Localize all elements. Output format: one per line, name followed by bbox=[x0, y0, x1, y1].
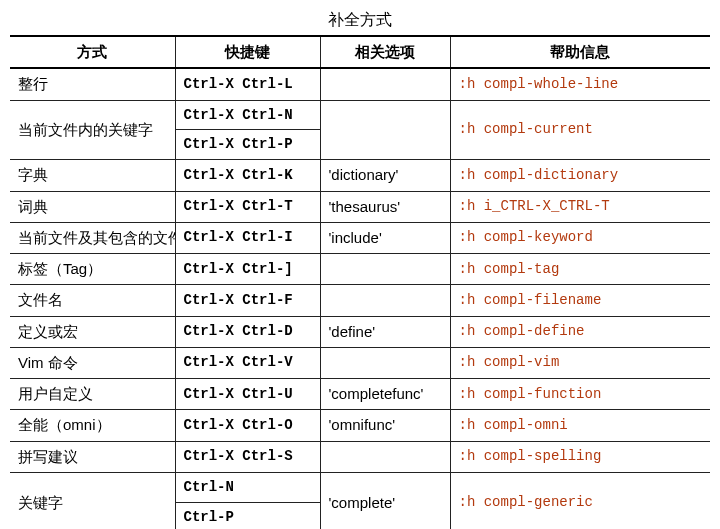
cell-option bbox=[320, 254, 450, 285]
cell-help: :h compl-current bbox=[450, 100, 710, 160]
cell-shortcut: Ctrl-X Ctrl-O bbox=[175, 410, 320, 441]
cell-help: :h compl-filename bbox=[450, 285, 710, 316]
cell-option: 'define' bbox=[320, 316, 450, 347]
cell-shortcut: Ctrl-X Ctrl-I bbox=[175, 222, 320, 253]
table-row: Vim 命令Ctrl-X Ctrl-V:h compl-vim bbox=[10, 347, 710, 378]
table-row: 标签（Tag）Ctrl-X Ctrl-]:h compl-tag bbox=[10, 254, 710, 285]
table-row: 字典Ctrl-X Ctrl-K'dictionary':h compl-dict… bbox=[10, 160, 710, 191]
completion-table: 方式 快捷键 相关选项 帮助信息 整行Ctrl-X Ctrl-L:h compl… bbox=[10, 35, 710, 529]
col-shortcut: 快捷键 bbox=[175, 36, 320, 68]
cell-method: 全能（omni） bbox=[10, 410, 175, 441]
cell-help: :h i_CTRL-X_CTRL-T bbox=[450, 191, 710, 222]
cell-help: :h compl-define bbox=[450, 316, 710, 347]
cell-help: :h compl-whole-line bbox=[450, 68, 710, 100]
cell-shortcut: Ctrl-X Ctrl-N bbox=[175, 100, 320, 130]
cell-shortcut: Ctrl-X Ctrl-] bbox=[175, 254, 320, 285]
cell-shortcut: Ctrl-X Ctrl-D bbox=[175, 316, 320, 347]
cell-method: 定义或宏 bbox=[10, 316, 175, 347]
cell-shortcut: Ctrl-X Ctrl-T bbox=[175, 191, 320, 222]
cell-option: 'include' bbox=[320, 222, 450, 253]
cell-help: :h compl-dictionary bbox=[450, 160, 710, 191]
cell-help: :h compl-tag bbox=[450, 254, 710, 285]
cell-method: 用户自定义 bbox=[10, 379, 175, 410]
cell-shortcut: Ctrl-X Ctrl-U bbox=[175, 379, 320, 410]
cell-shortcut: Ctrl-X Ctrl-K bbox=[175, 160, 320, 191]
table-row: 定义或宏Ctrl-X Ctrl-D'define':h compl-define bbox=[10, 316, 710, 347]
cell-option bbox=[320, 68, 450, 100]
cell-shortcut: Ctrl-X Ctrl-L bbox=[175, 68, 320, 100]
col-method: 方式 bbox=[10, 36, 175, 68]
cell-shortcut: Ctrl-X Ctrl-S bbox=[175, 441, 320, 472]
table-row: 用户自定义Ctrl-X Ctrl-U'completefunc':h compl… bbox=[10, 379, 710, 410]
cell-help: :h compl-generic bbox=[450, 472, 710, 529]
cell-method: 词典 bbox=[10, 191, 175, 222]
col-option: 相关选项 bbox=[320, 36, 450, 68]
cell-option: 'thesaurus' bbox=[320, 191, 450, 222]
cell-method: 拼写建议 bbox=[10, 441, 175, 472]
cell-method: 当前文件及其包含的文件 bbox=[10, 222, 175, 253]
table-row: 词典Ctrl-X Ctrl-T'thesaurus':h i_CTRL-X_CT… bbox=[10, 191, 710, 222]
cell-shortcut: Ctrl-P bbox=[175, 502, 320, 529]
cell-help: :h compl-omni bbox=[450, 410, 710, 441]
cell-option: 'dictionary' bbox=[320, 160, 450, 191]
table-row: 当前文件及其包含的文件Ctrl-X Ctrl-I'include':h comp… bbox=[10, 222, 710, 253]
table-row: 整行Ctrl-X Ctrl-L:h compl-whole-line bbox=[10, 68, 710, 100]
table-row: 拼写建议Ctrl-X Ctrl-S:h compl-spelling bbox=[10, 441, 710, 472]
table-row: 关键字Ctrl-N'complete':h compl-generic bbox=[10, 472, 710, 502]
cell-option bbox=[320, 285, 450, 316]
cell-shortcut: Ctrl-X Ctrl-V bbox=[175, 347, 320, 378]
table-row: 全能（omni）Ctrl-X Ctrl-O'omnifunc':h compl-… bbox=[10, 410, 710, 441]
cell-help: :h compl-vim bbox=[450, 347, 710, 378]
table-row: 文件名Ctrl-X Ctrl-F:h compl-filename bbox=[10, 285, 710, 316]
cell-help: :h compl-spelling bbox=[450, 441, 710, 472]
cell-shortcut: Ctrl-X Ctrl-P bbox=[175, 130, 320, 160]
cell-method: 当前文件内的关键字 bbox=[10, 100, 175, 160]
cell-option: 'complete' bbox=[320, 472, 450, 529]
table-row: 当前文件内的关键字Ctrl-X Ctrl-N:h compl-current bbox=[10, 100, 710, 130]
cell-option: 'completefunc' bbox=[320, 379, 450, 410]
cell-method: 关键字 bbox=[10, 472, 175, 529]
cell-method: 文件名 bbox=[10, 285, 175, 316]
table-caption: 补全方式 bbox=[10, 10, 710, 31]
cell-option bbox=[320, 100, 450, 160]
cell-method: Vim 命令 bbox=[10, 347, 175, 378]
cell-method: 字典 bbox=[10, 160, 175, 191]
cell-shortcut: Ctrl-X Ctrl-F bbox=[175, 285, 320, 316]
cell-method: 整行 bbox=[10, 68, 175, 100]
cell-option bbox=[320, 441, 450, 472]
cell-option bbox=[320, 347, 450, 378]
cell-help: :h compl-keyword bbox=[450, 222, 710, 253]
cell-help: :h compl-function bbox=[450, 379, 710, 410]
cell-method: 标签（Tag） bbox=[10, 254, 175, 285]
cell-option: 'omnifunc' bbox=[320, 410, 450, 441]
col-help: 帮助信息 bbox=[450, 36, 710, 68]
table-header-row: 方式 快捷键 相关选项 帮助信息 bbox=[10, 36, 710, 68]
cell-shortcut: Ctrl-N bbox=[175, 472, 320, 502]
